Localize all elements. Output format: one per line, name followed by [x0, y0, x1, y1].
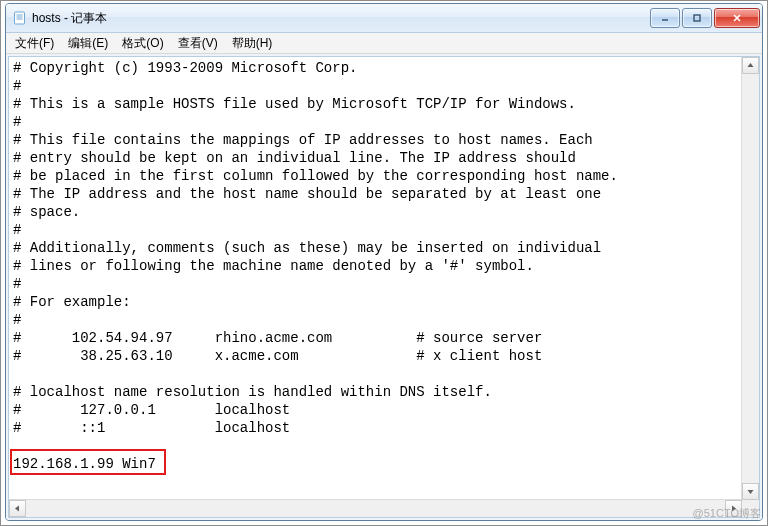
minimize-button[interactable] — [650, 8, 680, 28]
svg-marker-10 — [15, 506, 19, 512]
svg-rect-5 — [694, 15, 700, 21]
notepad-window: hosts - 记事本 文件(F) 编辑(E) 格式(O) 查看(V) 帮助(H… — [5, 3, 763, 521]
scroll-up-button[interactable] — [742, 57, 759, 74]
svg-marker-9 — [748, 490, 754, 494]
scrollbar-corner — [742, 500, 759, 517]
menu-edit[interactable]: 编辑(E) — [61, 34, 115, 53]
titlebar[interactable]: hosts - 记事本 — [6, 4, 762, 33]
vertical-scrollbar[interactable] — [741, 57, 759, 500]
scroll-left-button[interactable] — [9, 500, 26, 517]
menubar: 文件(F) 编辑(E) 格式(O) 查看(V) 帮助(H) — [6, 33, 762, 54]
menu-help[interactable]: 帮助(H) — [225, 34, 280, 53]
scroll-down-button[interactable] — [742, 483, 759, 500]
svg-marker-11 — [732, 506, 736, 512]
svg-marker-8 — [748, 63, 754, 67]
close-button[interactable] — [714, 8, 760, 28]
window-title: hosts - 记事本 — [32, 10, 650, 27]
menu-view[interactable]: 查看(V) — [171, 34, 225, 53]
maximize-button[interactable] — [682, 8, 712, 28]
vertical-scroll-track[interactable] — [742, 74, 759, 483]
screenshot-frame: hosts - 记事本 文件(F) 编辑(E) 格式(O) 查看(V) 帮助(H… — [0, 0, 768, 526]
scroll-right-button[interactable] — [725, 500, 742, 517]
svg-rect-0 — [15, 12, 25, 24]
notepad-icon — [12, 10, 28, 26]
client-area: # Copyright (c) 1993-2009 Microsoft Corp… — [6, 54, 762, 520]
horizontal-scroll-track[interactable] — [26, 500, 725, 517]
horizontal-scrollbar[interactable] — [9, 499, 742, 517]
menu-file[interactable]: 文件(F) — [8, 34, 61, 53]
text-editor[interactable]: # Copyright (c) 1993-2009 Microsoft Corp… — [9, 57, 759, 517]
menu-format[interactable]: 格式(O) — [115, 34, 170, 53]
editor-viewport: # Copyright (c) 1993-2009 Microsoft Corp… — [8, 56, 760, 518]
window-controls — [650, 8, 760, 28]
